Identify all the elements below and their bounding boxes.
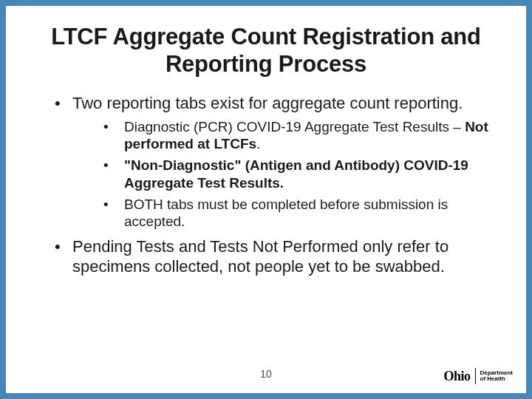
slide: LTCF Aggregate Count Registration and Re… — [6, 6, 526, 393]
bullet-item: Pending Tests and Tests Not Performed on… — [55, 237, 497, 277]
sub-bullet-text: – — [449, 119, 465, 134]
sub-bullet-item: BOTH tabs must be completed before submi… — [103, 196, 497, 230]
bullet-list: Two reporting tabs exist for aggregate c… — [35, 94, 497, 277]
logo-dept-text: Department of Health — [480, 370, 513, 383]
sub-bullet-item: "Non-Diagnostic" (Antigen and Antibody) … — [103, 157, 497, 191]
sub-bullet-text-bold: "Non-Diagnostic" (Antigen and Antibody) … — [124, 157, 468, 190]
logo-state-text: Ohio — [444, 369, 471, 384]
sub-bullet-text: BOTH tabs must be completed before submi… — [124, 197, 448, 229]
sub-bullet-list: Diagnostic (PCR) COVID-19 Aggregate Test… — [72, 118, 497, 230]
ohio-health-logo: Ohio Department of Health — [444, 368, 513, 384]
sub-bullet-item: Diagnostic (PCR) COVID-19 Aggregate Test… — [103, 118, 497, 152]
bullet-text: Pending Tests and Tests Not Performed on… — [72, 237, 449, 276]
bullet-text: Two reporting tabs exist for aggregate c… — [72, 94, 463, 112]
slide-title: LTCF Aggregate Count Registration and Re… — [35, 24, 497, 78]
bullet-item: Two reporting tabs exist for aggregate c… — [55, 94, 497, 230]
logo-dept-line: of Health — [480, 375, 505, 382]
sub-bullet-text: Diagnostic (PCR) COVID-19 Aggregate Test… — [124, 119, 449, 134]
logo-divider — [475, 368, 476, 384]
sub-bullet-text: . — [256, 136, 260, 151]
